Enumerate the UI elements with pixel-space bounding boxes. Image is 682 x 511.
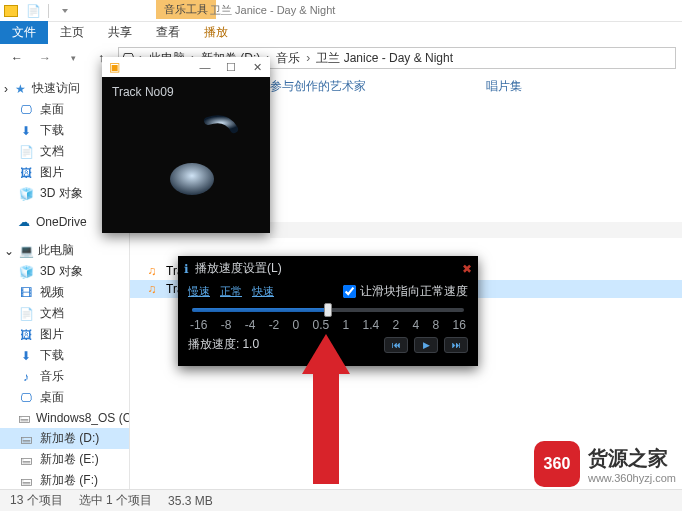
pc-icon: 💻	[18, 243, 34, 259]
window-titlebar: 📄	[0, 0, 682, 22]
speed-preset-normal[interactable]: 正常	[220, 284, 242, 299]
nav-label: 3D 对象	[40, 263, 83, 280]
nav-label: 新加卷 (E:)	[40, 451, 99, 468]
nav-item-3dobjects[interactable]: 🧊3D 对象	[0, 261, 129, 282]
pictures-icon: 🖼	[18, 165, 34, 181]
wmp-logo-icon: ▣	[106, 59, 122, 75]
nav-label: 视频	[40, 284, 64, 301]
drive-icon: 🖴	[18, 410, 30, 426]
ribbon-tab-home[interactable]: 主页	[48, 21, 96, 44]
ribbon-tab-play[interactable]: 播放	[192, 21, 240, 44]
next-button[interactable]: ⏭	[444, 337, 468, 353]
nav-label: OneDrive	[36, 215, 87, 229]
nav-item-downloads[interactable]: ⬇下载	[0, 345, 129, 366]
nav-item-videos[interactable]: 🎞视频	[0, 282, 129, 303]
ribbon-tabs: 文件 主页 共享 查看 播放	[0, 22, 682, 44]
media-player-titlebar[interactable]: ▣ — ☐ ✕	[102, 57, 270, 77]
nav-item-desktop[interactable]: 🖵桌面	[0, 387, 129, 408]
nav-this-pc[interactable]: ⌄💻此电脑	[0, 240, 129, 261]
media-player-window[interactable]: ▣ — ☐ ✕ Track No09	[102, 57, 270, 233]
nav-item-pictures[interactable]: 🖼图片	[0, 324, 129, 345]
now-playing-track-label: Track No09	[102, 77, 270, 107]
nav-label: 图片	[40, 164, 64, 181]
document-icon: 📄	[18, 306, 34, 322]
dialog-title: 播放速度设置(L)	[195, 260, 282, 277]
breadcrumb-segment[interactable]: 卫兰 Janice - Day & Night	[312, 50, 457, 67]
star-icon: ★	[12, 81, 28, 97]
watermark-badge: 360	[534, 441, 580, 487]
ribbon-tab-share[interactable]: 共享	[96, 21, 144, 44]
nav-label: 下载	[40, 122, 64, 139]
nav-item-drive-f[interactable]: 🖴新加卷 (F:)	[0, 470, 129, 491]
nav-label: 桌面	[40, 101, 64, 118]
previous-button[interactable]: ⏮	[384, 337, 408, 353]
snap-checkbox-input[interactable]	[343, 285, 356, 298]
drive-icon: 🖴	[18, 431, 34, 447]
snap-checkbox[interactable]: 让滑块指向正常速度	[343, 283, 468, 300]
playback-controls: ⏮ ▶ ⏭	[384, 337, 468, 353]
nav-item-music[interactable]: ♪音乐	[0, 366, 129, 387]
document-icon: 📄	[18, 144, 34, 160]
maximize-button[interactable]: ☐	[218, 61, 244, 74]
svg-point-0	[170, 163, 214, 195]
nav-label: 桌面	[40, 389, 64, 406]
close-button[interactable]: ✕	[244, 61, 270, 74]
status-selection: 选中 1 个项目	[79, 492, 152, 509]
nav-label: Windows8_OS (C:)	[36, 411, 130, 425]
nav-forward-button[interactable]: →	[34, 47, 56, 69]
nav-item-drive-c[interactable]: 🖴Windows8_OS (C:)	[0, 408, 129, 428]
nav-label: 音乐	[40, 368, 64, 385]
annotation-arrow	[304, 334, 348, 484]
nav-item-drive-e[interactable]: 🖴新加卷 (E:)	[0, 449, 129, 470]
status-size: 35.3 MB	[168, 494, 213, 508]
status-item-count: 13 个项目	[10, 492, 63, 509]
desktop-icon: 🖵	[18, 102, 34, 118]
snap-checkbox-label: 让滑块指向正常速度	[360, 283, 468, 300]
column-header-artist[interactable]: 参与创作的艺术家	[270, 78, 366, 95]
qat-properties-icon[interactable]: 📄	[22, 4, 44, 18]
speed-preset-fast[interactable]: 快速	[252, 284, 274, 299]
desktop-icon: 🖵	[18, 390, 34, 406]
ribbon-contextual-group: 音乐工具	[156, 0, 216, 19]
ribbon-tab-view[interactable]: 查看	[144, 21, 192, 44]
nav-item-drive-d[interactable]: 🖴新加卷 (D:)	[0, 428, 129, 449]
nav-label: 新加卷 (D:)	[40, 430, 99, 447]
nav-back-button[interactable]: ←	[6, 47, 28, 69]
column-header-album[interactable]: 唱片集	[486, 78, 522, 95]
watermark-title: 货源之家	[588, 445, 668, 472]
current-speed-label: 播放速度: 1.0	[188, 336, 259, 353]
nav-label: 图片	[40, 326, 64, 343]
cube-icon: 🧊	[18, 264, 34, 280]
nav-label: 文档	[40, 305, 64, 322]
nav-label: 此电脑	[38, 242, 74, 259]
nav-label: 快速访问	[32, 80, 80, 97]
nav-label: 文档	[40, 143, 64, 160]
nav-label: 下载	[40, 347, 64, 364]
chevron-right-icon[interactable]: ›	[304, 51, 312, 65]
app-icon	[0, 5, 22, 17]
video-icon: 🎞	[18, 285, 34, 301]
watermark: 360 货源之家 www.360hyzj.com	[534, 441, 676, 487]
music-icon: ♪	[18, 369, 34, 385]
nav-label: 3D 对象	[40, 185, 83, 202]
album-art	[116, 107, 256, 217]
list-hover-band	[270, 222, 682, 238]
play-button[interactable]: ▶	[414, 337, 438, 353]
slider-thumb[interactable]	[324, 303, 332, 317]
nav-item-documents[interactable]: 📄文档	[0, 303, 129, 324]
audio-file-icon: ♫	[144, 281, 160, 297]
nav-label: 新加卷 (F:)	[40, 472, 98, 489]
speed-preset-slow[interactable]: 慢速	[188, 284, 210, 299]
watermark-url: www.360hyzj.com	[588, 472, 676, 484]
dialog-close-button[interactable]: ✖	[462, 262, 472, 276]
qat-customize[interactable]	[53, 9, 75, 13]
nav-recent-dropdown[interactable]: ▾	[62, 47, 84, 69]
cloud-icon: ☁	[16, 214, 32, 230]
speed-slider[interactable]	[178, 302, 478, 314]
audio-file-icon: ♫	[144, 263, 160, 279]
drive-icon: 🖴	[18, 473, 34, 489]
breadcrumb-segment[interactable]: 音乐	[272, 50, 304, 67]
minimize-button[interactable]: —	[192, 61, 218, 73]
ribbon-file-tab[interactable]: 文件	[0, 21, 48, 44]
info-icon: ℹ	[184, 262, 189, 276]
